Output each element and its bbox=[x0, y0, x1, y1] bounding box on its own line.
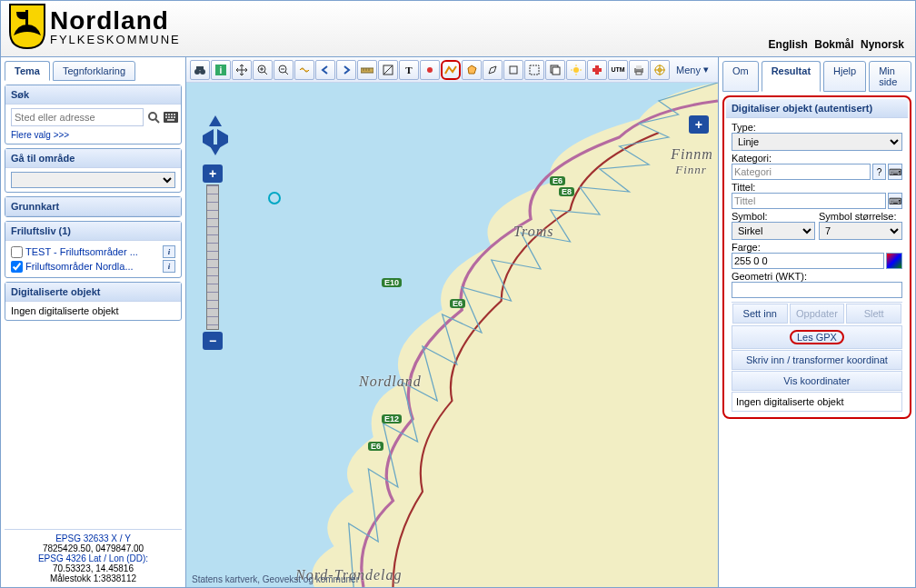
svg-point-31 bbox=[427, 67, 433, 73]
layer-test-label[interactable]: TEST - Friluftsområder ... bbox=[25, 246, 160, 257]
delete-button[interactable]: Slett bbox=[846, 304, 901, 324]
update-button[interactable]: Oppdater bbox=[790, 304, 845, 324]
tool-back-icon[interactable] bbox=[315, 60, 335, 80]
map-canvas[interactable]: Finnm Finnr Troms Nordland Nord-Trøndela… bbox=[186, 83, 718, 587]
road-e6-c: E6 bbox=[368, 442, 383, 451]
title-input[interactable] bbox=[732, 193, 886, 209]
category-keyboard-icon[interactable]: ⌨ bbox=[888, 164, 902, 180]
search-header: Søk bbox=[5, 85, 181, 105]
tool-text-icon[interactable]: T bbox=[399, 60, 419, 80]
symbol-select[interactable]: Sirkel bbox=[732, 222, 815, 240]
transform-coord-button[interactable]: Skriv inn / transformer koordinat bbox=[732, 350, 902, 370]
tab-resultat[interactable]: Resultat bbox=[762, 61, 821, 92]
coord-readout: EPSG 32633 X / Y 7825429.50, 0479847.00 … bbox=[5, 529, 182, 583]
layer-test-info-icon[interactable]: i bbox=[163, 245, 175, 258]
goto-header: Gå til område bbox=[5, 149, 181, 168]
layer-nordla-checkbox[interactable] bbox=[11, 261, 23, 273]
pan-left-button[interactable] bbox=[195, 129, 214, 149]
tool-info-icon[interactable]: i bbox=[211, 60, 231, 80]
tool-layers-icon[interactable] bbox=[545, 60, 565, 80]
crs2-value: 70.53323, 14.45816 bbox=[5, 563, 182, 573]
zoom-in-topright[interactable]: + bbox=[689, 115, 709, 134]
tool-fwd-icon[interactable] bbox=[336, 60, 356, 80]
tab-om[interactable]: Om bbox=[722, 61, 759, 92]
tool-binoculars-icon[interactable] bbox=[190, 60, 210, 80]
zoom-bar: + − bbox=[203, 164, 223, 350]
svg-rect-10 bbox=[171, 116, 173, 118]
tool-line-icon[interactable] bbox=[441, 60, 461, 80]
tool-edit-icon[interactable] bbox=[483, 60, 503, 80]
tab-minside[interactable]: Min side bbox=[869, 61, 911, 92]
tab-hjelp[interactable]: Hjelp bbox=[823, 61, 866, 92]
keyboard-icon[interactable] bbox=[164, 109, 178, 125]
toolbar: i T UTM bbox=[186, 57, 718, 83]
tab-tegnforklaring[interactable]: Tegnforklaring bbox=[53, 61, 135, 81]
tool-cross-icon[interactable] bbox=[587, 60, 607, 80]
tool-measure-line-icon[interactable] bbox=[357, 60, 377, 80]
color-input[interactable] bbox=[732, 253, 884, 269]
menu-button[interactable]: Meny ▾ bbox=[671, 64, 714, 75]
tool-sun-icon[interactable] bbox=[566, 60, 586, 80]
type-select[interactable]: Linje bbox=[732, 133, 902, 151]
tool-utm-icon[interactable]: UTM bbox=[608, 60, 628, 80]
search-icon[interactable] bbox=[147, 109, 160, 125]
crs2-label: EPSG 4326 Lat / Lon (DD): bbox=[5, 553, 182, 563]
category-input[interactable] bbox=[732, 164, 871, 180]
search-more-link[interactable]: Flere valg >>> bbox=[11, 130, 69, 140]
svg-rect-11 bbox=[174, 116, 175, 118]
lang-bokmal[interactable]: Bokmål bbox=[814, 38, 853, 51]
layer-nordla-info-icon[interactable]: i bbox=[163, 260, 175, 273]
lang-nynorsk[interactable]: Nynorsk bbox=[861, 38, 904, 51]
tool-point-icon[interactable] bbox=[420, 60, 440, 80]
zoom-slider[interactable] bbox=[206, 184, 219, 330]
basemap-header[interactable]: Grunnkart bbox=[5, 197, 181, 216]
tool-zoomin-icon[interactable] bbox=[253, 60, 273, 80]
tab-tema[interactable]: Tema bbox=[5, 61, 50, 81]
svg-rect-6 bbox=[171, 114, 173, 115]
svg-rect-5 bbox=[168, 114, 170, 115]
goto-select[interactable] bbox=[11, 172, 175, 188]
zoom-out-button[interactable]: − bbox=[203, 332, 223, 350]
tool-target-icon[interactable] bbox=[650, 60, 670, 80]
lang-english[interactable]: English bbox=[769, 38, 808, 51]
svg-rect-33 bbox=[530, 65, 539, 75]
color-picker-icon[interactable] bbox=[886, 253, 902, 269]
insert-button[interactable]: Sett inn bbox=[732, 304, 788, 324]
pan-up-button[interactable] bbox=[209, 115, 222, 126]
category-help-icon[interactable]: ? bbox=[872, 164, 886, 180]
search-input[interactable] bbox=[11, 108, 144, 126]
brand-sub: FYLKESKOMMUNE bbox=[50, 34, 181, 45]
title-keyboard-icon[interactable]: ⌨ bbox=[888, 193, 902, 209]
svg-rect-32 bbox=[510, 66, 517, 74]
pan-right-button[interactable] bbox=[217, 129, 235, 149]
tool-zoomout-icon[interactable] bbox=[274, 60, 294, 80]
tool-extent-icon[interactable] bbox=[294, 60, 314, 80]
layer-test-checkbox[interactable] bbox=[11, 246, 23, 258]
title-label: Tittel: bbox=[732, 182, 902, 193]
crs1-label: EPSG 32633 X / Y bbox=[5, 533, 182, 543]
digitalized-header[interactable]: Digitaliserte objekt bbox=[5, 283, 181, 302]
svg-line-2 bbox=[155, 119, 159, 123]
chevron-down-icon: ▾ bbox=[703, 64, 709, 75]
logo: Nordland FYLKESKOMMUNE bbox=[8, 3, 181, 50]
show-coord-button[interactable]: Vis koordinater bbox=[732, 371, 902, 391]
geometry-input[interactable] bbox=[732, 282, 902, 298]
road-e10: E10 bbox=[382, 278, 402, 287]
tool-pan-icon[interactable] bbox=[232, 60, 252, 80]
zoom-in-button[interactable]: + bbox=[203, 164, 223, 183]
tool-print-icon[interactable] bbox=[629, 60, 649, 80]
symbolsize-select[interactable]: 7 bbox=[819, 222, 902, 240]
svg-rect-15 bbox=[196, 66, 204, 70]
region-nordland: Nordland bbox=[359, 374, 422, 390]
road-e6-b: E6 bbox=[450, 299, 465, 308]
road-e8: E8 bbox=[559, 187, 574, 196]
svg-rect-44 bbox=[636, 65, 642, 69]
tool-select-icon[interactable] bbox=[524, 60, 544, 80]
friluftsliv-header[interactable]: Friluftsliv (1) bbox=[5, 222, 181, 241]
center-panel: i T UTM bbox=[186, 57, 719, 587]
layer-nordla-label[interactable]: Friluftsområder Nordla... bbox=[25, 261, 160, 272]
tool-measure-area-icon[interactable] bbox=[378, 60, 398, 80]
read-gpx-button[interactable]: Les GPX bbox=[732, 325, 902, 349]
tool-polygon-icon[interactable] bbox=[462, 60, 482, 80]
tool-rect-icon[interactable] bbox=[503, 60, 523, 80]
